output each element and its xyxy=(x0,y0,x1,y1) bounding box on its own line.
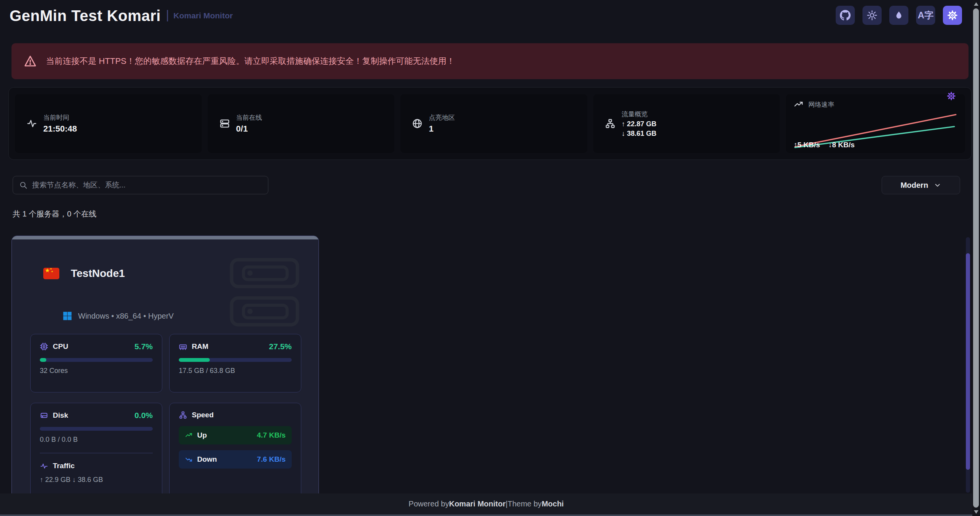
scrollbar-up-arrow[interactable] xyxy=(974,2,978,6)
speed-up-row: Up 4.7 KB/s xyxy=(179,426,292,444)
divider xyxy=(40,453,153,453)
footer-prefix: Powered by xyxy=(408,500,449,508)
speed-up-label: Up xyxy=(197,431,207,439)
cpu-label: CPU xyxy=(53,342,68,351)
server-name: TestNode1 xyxy=(71,267,125,280)
subtitle-wrap: Komari Monitor xyxy=(167,10,233,21)
speed-up-value: 4.7 KB/s xyxy=(257,431,286,439)
server-card-testnode1[interactable]: ★ ★ ★ TestNode1 Windows • x86_64 • Hyper… xyxy=(11,236,319,503)
footer: Powered by Komari Monitor | Theme by Moc… xyxy=(0,493,972,514)
settings-button[interactable] xyxy=(943,6,962,25)
view-mode-label: Modern xyxy=(900,181,928,190)
ram-percent: 27.5% xyxy=(269,342,292,351)
bottom-edge-strip xyxy=(0,514,972,516)
scrollbar-down-arrow[interactable] xyxy=(974,510,978,514)
caption-down: ↓8 KB/s xyxy=(828,141,855,149)
stat-value: 1 xyxy=(429,124,455,134)
app-header: GenMin Test Komari Komari Monitor xyxy=(0,0,957,31)
disk-sub-text: 0.0 B / 0.0 B xyxy=(40,436,153,444)
language-button[interactable]: A字 xyxy=(916,6,935,25)
traffic-up-value: ↑ 22.87 GB xyxy=(622,120,657,128)
stat-value: 21:50:48 xyxy=(43,124,77,134)
search-box xyxy=(13,176,268,194)
warning-icon xyxy=(24,55,37,68)
traffic-value: ↑ 22.9 GB ↓ 38.6 GB xyxy=(40,476,153,484)
server-rack-watermark-icon xyxy=(230,258,299,328)
ram-progress-fill xyxy=(179,358,210,362)
github-button[interactable] xyxy=(836,6,855,25)
stats-section: 当前时间 21:50:48 当前在线 0/1 点亮地区 1 流量概览 ↑ 22.… xyxy=(8,87,972,160)
pulse-icon xyxy=(40,462,48,470)
header-actions: A字 xyxy=(836,6,962,25)
stat-card-time: 当前时间 21:50:48 xyxy=(15,94,202,153)
speed-metric-box: Speed Up 4.7 KB/s Down 7.6 KB/s xyxy=(169,403,301,498)
china-flag-icon: ★ ★ ★ xyxy=(43,268,59,279)
content-scrollbar-thumb[interactable] xyxy=(966,253,970,470)
network-icon xyxy=(179,411,187,419)
droplet-icon xyxy=(894,10,904,20)
trending-down-icon xyxy=(185,456,193,463)
windows-logo-icon xyxy=(62,311,72,321)
disk-progress-bar xyxy=(40,427,153,431)
disk-label: Disk xyxy=(53,411,68,420)
stat-card-regions: 点亮地区 1 xyxy=(400,94,587,153)
gear-icon xyxy=(947,10,958,21)
server-icon xyxy=(219,118,230,129)
appearance-button[interactable] xyxy=(889,6,908,25)
speed-down-value: 7.6 KB/s xyxy=(257,455,286,464)
disk-percent: 0.0% xyxy=(134,411,153,420)
stat-label: 当前在线 xyxy=(236,113,262,122)
scrollbar-thumb[interactable] xyxy=(973,8,979,508)
caption-up: ↑5 KB/s xyxy=(794,141,820,149)
browser-scrollbar[interactable] xyxy=(972,0,980,516)
trending-up-icon xyxy=(794,99,804,109)
traffic-label: Traffic xyxy=(53,462,75,470)
chevron-down-icon xyxy=(934,181,941,189)
stat-value: 0/1 xyxy=(236,124,262,134)
os-info-row: Windows • x86_64 • HyperV xyxy=(62,311,174,321)
footer-theme-prefix: Theme by xyxy=(508,500,542,508)
speed-down-label: Down xyxy=(197,455,217,464)
disk-icon xyxy=(40,411,48,420)
app-subtitle: Komari Monitor xyxy=(173,11,233,20)
traffic-down-value: ↓ 38.61 GB xyxy=(622,130,657,138)
trending-up-icon xyxy=(185,431,193,439)
ram-sub-text: 17.5 GB / 63.8 GB xyxy=(179,367,292,375)
theme-toggle-button[interactable] xyxy=(862,6,882,25)
search-icon xyxy=(19,181,28,189)
cpu-progress-bar xyxy=(40,358,153,362)
stat-label: 网络速率 xyxy=(808,100,834,109)
cpu-icon xyxy=(40,342,48,351)
footer-theme-brand: Mochi xyxy=(542,500,564,508)
os-info-text: Windows • x86_64 • HyperV xyxy=(78,312,174,321)
controls-row: Modern xyxy=(13,176,960,194)
network-icon xyxy=(605,118,616,129)
disk-traffic-metric-box: Disk 0.0% 0.0 B / 0.0 B Traffic ↑ 22.9 G… xyxy=(30,403,162,498)
stat-label: 当前时间 xyxy=(43,113,77,122)
github-icon xyxy=(840,10,851,21)
language-icon: A字 xyxy=(918,9,933,21)
view-mode-select[interactable]: Modern xyxy=(882,176,960,194)
server-count-summary: 共 1 个服务器，0 个在线 xyxy=(13,209,96,219)
speed-label: Speed xyxy=(192,411,214,419)
warning-text: 当前连接不是 HTTPS！您的敏感数据存在严重风险。请立即采取措施确保连接安全！… xyxy=(46,55,455,67)
page-title: GenMin Test Komari xyxy=(10,7,161,24)
stat-card-network-rate: 网络速率 ↑5 KB/s ↓8 KB/s xyxy=(786,94,965,153)
cpu-sub-text: 32 Cores xyxy=(40,367,153,375)
globe-icon xyxy=(412,118,423,129)
https-warning-banner: 当前连接不是 HTTPS！您的敏感数据存在严重风险。请立即采取措施确保连接安全！… xyxy=(11,43,969,79)
cpu-metric-box: CPU 5.7% 32 Cores xyxy=(30,334,162,392)
ram-label: RAM xyxy=(192,342,208,351)
stat-label: 点亮地区 xyxy=(429,113,455,122)
activity-icon xyxy=(26,118,37,129)
stats-settings-gear-icon[interactable] xyxy=(947,91,956,102)
content-scrollbar-track[interactable] xyxy=(966,237,970,493)
ram-metric-box: RAM 27.5% 17.5 GB / 63.8 GB xyxy=(169,334,301,392)
cpu-percent: 5.7% xyxy=(134,342,153,351)
stat-label: 流量概览 xyxy=(622,110,657,119)
search-input[interactable] xyxy=(32,181,262,189)
ram-icon xyxy=(179,342,187,351)
stat-card-online: 当前在线 0/1 xyxy=(208,94,395,153)
status-bar-offline xyxy=(12,236,318,239)
speed-down-row: Down 7.6 KB/s xyxy=(179,450,292,469)
